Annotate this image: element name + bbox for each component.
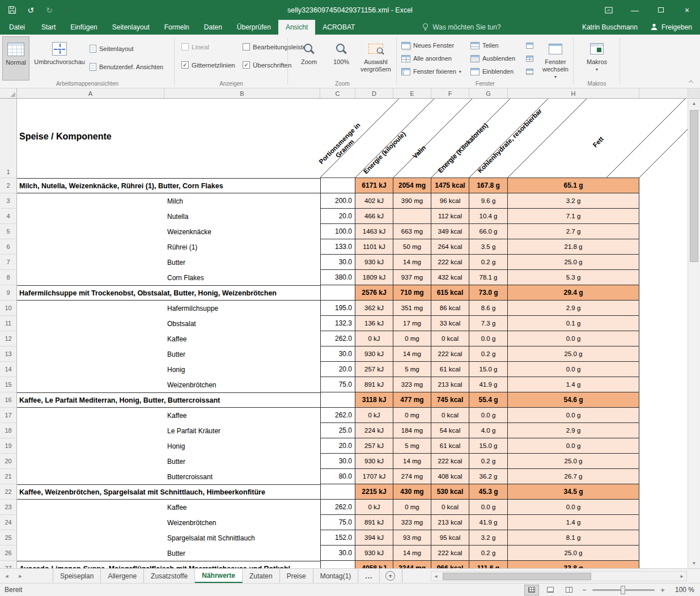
- cell-G14[interactable]: 15.0 g: [469, 362, 508, 377]
- row-header-10[interactable]: 10: [0, 301, 17, 316]
- cell-C14[interactable]: 20.0: [320, 362, 355, 377]
- cell-H25[interactable]: 8.1 g: [508, 530, 639, 546]
- zoom-level[interactable]: 100 %: [671, 586, 694, 594]
- new-window-button[interactable]: Neues Fenster: [401, 39, 454, 52]
- cell-B17[interactable]: Kaffee: [17, 408, 320, 423]
- cell-C18[interactable]: 25.0: [320, 423, 355, 438]
- cell-E2[interactable]: 2054 mg: [393, 178, 431, 193]
- cell-F22[interactable]: 530 kcal: [431, 484, 469, 500]
- cell-C25[interactable]: 152.0: [320, 530, 355, 546]
- cell-E8[interactable]: 937 mg: [393, 270, 431, 285]
- customize-quick-access-icon[interactable]: ▾: [63, 5, 73, 15]
- cell-D9[interactable]: 2576 kJ: [355, 285, 393, 301]
- cell-E24[interactable]: 323 mg: [393, 515, 431, 530]
- cell-D8[interactable]: 1809 kJ: [355, 270, 393, 285]
- cell-D26[interactable]: 930 kJ: [355, 546, 393, 561]
- cell-E3[interactable]: 390 mg: [393, 193, 431, 209]
- cell-E11[interactable]: 17 mg: [393, 316, 431, 331]
- cell-G2[interactable]: 167.8 g: [469, 178, 508, 193]
- row-header-27[interactable]: 27: [0, 561, 17, 568]
- cell-F21[interactable]: 408 kcal: [431, 469, 469, 484]
- redo-icon[interactable]: ↻: [44, 5, 54, 15]
- row-header-4[interactable]: 4: [0, 209, 17, 224]
- scroll-up-icon[interactable]: ▲: [688, 99, 700, 108]
- cell-C15[interactable]: 75.0: [320, 377, 355, 392]
- cell-B8[interactable]: Corn Flakes: [17, 270, 320, 285]
- ribbon-tab-einfügen[interactable]: Einfügen: [63, 20, 104, 35]
- cell-G5[interactable]: 66.0 g: [469, 224, 508, 239]
- cell-G10[interactable]: 8.6 g: [469, 301, 508, 316]
- synchronous-scrolling-button[interactable]: [526, 52, 533, 65]
- ribbon-tab-start[interactable]: Start: [34, 20, 63, 35]
- cell-B14[interactable]: Honig: [17, 362, 320, 377]
- cell-E20[interactable]: 14 mg: [393, 454, 431, 469]
- cell-D17[interactable]: 0 kJ: [355, 408, 393, 423]
- horizontal-scrollbar[interactable]: ◄ ►: [431, 571, 687, 581]
- cell-B19[interactable]: Honig: [17, 438, 320, 454]
- cell-F7[interactable]: 222 kcal: [431, 255, 469, 270]
- vertical-scrollbar[interactable]: ▲ ▼: [688, 88, 700, 568]
- cell-G17[interactable]: 0.0 g: [469, 408, 508, 423]
- zoom-slider[interactable]: [592, 589, 655, 591]
- cell-E23[interactable]: 0 mg: [393, 500, 431, 515]
- cell-D27[interactable]: 4058 kJ: [355, 561, 393, 568]
- select-all-corner[interactable]: [0, 88, 17, 98]
- cell-B26[interactable]: Butter: [17, 546, 320, 561]
- cell-D10[interactable]: 362 kJ: [355, 301, 393, 316]
- cell-D13[interactable]: 930 kJ: [355, 346, 393, 362]
- row-header-26[interactable]: 26: [0, 546, 17, 561]
- cell-H14[interactable]: 0.0 g: [508, 362, 639, 377]
- cell-A16[interactable]: Kaffee, Le Parfait Mediterran, Honig, Bu…: [17, 392, 320, 408]
- cell-F14[interactable]: 61 kcal: [431, 362, 469, 377]
- row-header-8[interactable]: 8: [0, 270, 17, 285]
- row-header-3[interactable]: 3: [0, 193, 17, 209]
- sheet-tab-preise[interactable]: Preise: [280, 569, 313, 583]
- cell-E22[interactable]: 430 mg: [393, 484, 431, 500]
- view-side-by-side-button[interactable]: [526, 39, 533, 52]
- sheet-tab-speiseplan[interactable]: Speiseplan: [53, 569, 101, 583]
- sheet-tab-montag-1[interactable]: Montag(1): [313, 569, 359, 583]
- reset-window-position-button[interactable]: [526, 65, 533, 78]
- cell-H16[interactable]: 54.6 g: [508, 392, 639, 408]
- cell-F26[interactable]: 222 kcal: [431, 546, 469, 561]
- cell-G25[interactable]: 3.2 g: [469, 530, 508, 546]
- cell-H7[interactable]: 25.0 g: [508, 255, 639, 270]
- cell-B15[interactable]: Weizenbrötchen: [17, 377, 320, 392]
- cell-H27[interactable]: 33.8 g: [508, 561, 639, 568]
- cell-F24[interactable]: 213 kcal: [431, 515, 469, 530]
- cell-E9[interactable]: 710 mg: [393, 285, 431, 301]
- save-icon[interactable]: [7, 5, 17, 15]
- headings-checkbox-box[interactable]: ✓: [243, 61, 250, 69]
- ribbon-tab-datei[interactable]: Datei: [0, 20, 34, 35]
- cell-D4[interactable]: 466 kJ: [355, 209, 393, 224]
- arrange-all-button[interactable]: Alle anordnen: [401, 52, 452, 65]
- cell-G16[interactable]: 55.4 g: [469, 392, 508, 408]
- cell-H22[interactable]: 34.5 g: [508, 484, 639, 500]
- cell-A27[interactable]: Avocado-Limonen-Suppe, Maisgeflügelfleis…: [17, 561, 320, 568]
- cell-C22[interactable]: [320, 484, 355, 500]
- cell-H3[interactable]: 3.2 g: [508, 193, 639, 209]
- cell-E17[interactable]: 0 mg: [393, 408, 431, 423]
- cell-G23[interactable]: 0.0 g: [469, 500, 508, 515]
- page-break-shortcut-button[interactable]: [562, 585, 576, 595]
- cell-E6[interactable]: 50 mg: [393, 239, 431, 255]
- cell-C12[interactable]: 262.0: [320, 331, 355, 346]
- sheet-tab-zusatzstoffe[interactable]: Zusatzstoffe: [144, 569, 195, 583]
- cell-G8[interactable]: 78.1 g: [469, 270, 508, 285]
- row-header-1[interactable]: 1: [0, 99, 17, 178]
- page-layout-shortcut-button[interactable]: [543, 585, 558, 595]
- row-header-7[interactable]: 7: [0, 255, 17, 270]
- cell-F20[interactable]: 222 kcal: [431, 454, 469, 469]
- sheet-tab-scroll-left-icon[interactable]: ◄: [0, 569, 14, 583]
- share-button[interactable]: Freigeben: [650, 23, 692, 32]
- cell-C16[interactable]: [320, 392, 355, 408]
- cell-H2[interactable]: 65.1 g: [508, 178, 639, 193]
- cell-G12[interactable]: 0.0 g: [469, 331, 508, 346]
- cell-B5[interactable]: Weizenknäcke: [17, 224, 320, 239]
- cell-F6[interactable]: 264 kcal: [431, 239, 469, 255]
- cell-H4[interactable]: 7.1 g: [508, 209, 639, 224]
- cell-F18[interactable]: 54 kcal: [431, 423, 469, 438]
- cell-H11[interactable]: 0.1 g: [508, 316, 639, 331]
- column-header-d[interactable]: D: [355, 88, 393, 98]
- cell-F17[interactable]: 0 kcal: [431, 408, 469, 423]
